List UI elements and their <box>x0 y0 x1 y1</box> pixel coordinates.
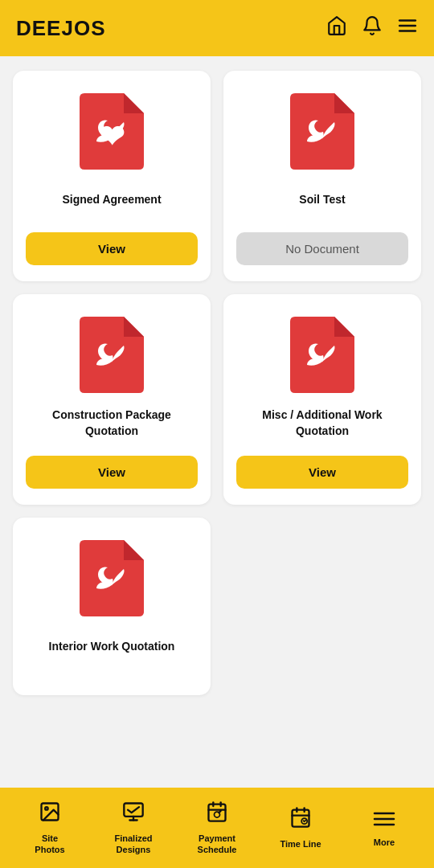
construction-package-title: Construction Package Quotation <box>26 407 198 440</box>
main-content: ❤ Signed Agreement View <box>0 56 434 788</box>
interior-work-title: Interior Work Quotation <box>49 631 175 663</box>
header-icons <box>326 15 418 41</box>
signed-agreement-title: Signed Agreement <box>62 184 161 216</box>
nav-more[interactable]: More <box>342 808 426 848</box>
time-line-icon <box>289 806 312 834</box>
payment-schedule-icon <box>206 800 228 829</box>
site-photos-label: SitePhotos <box>35 833 64 856</box>
document-grid-row1: ❤ Signed Agreement View <box>13 71 421 281</box>
pdf-icon-signed: ❤ <box>80 93 144 170</box>
pdf-icon-soil <box>290 93 354 170</box>
more-label: More <box>374 837 395 848</box>
menu-icon[interactable] <box>397 15 418 41</box>
document-grid-row2: Construction Package Quotation View Misc… <box>13 294 421 505</box>
pdf-icon-misc <box>290 317 354 393</box>
pdf-icon-interior <box>80 540 144 616</box>
finalized-designs-label: FinalizedDesigns <box>114 833 152 856</box>
interior-work-card: Interior Work Quotation <box>13 518 211 695</box>
more-icon <box>373 808 395 833</box>
construction-package-view-button[interactable]: View <box>26 456 198 489</box>
nav-time-line[interactable]: Time Line <box>259 806 342 850</box>
svg-rect-15 <box>293 810 309 827</box>
construction-package-card: Construction Package Quotation View <box>13 294 211 505</box>
misc-additional-view-button[interactable]: View <box>236 456 408 489</box>
soil-test-no-doc-button: No Document <box>236 232 408 265</box>
site-photos-icon <box>39 800 61 829</box>
soil-test-card: Soil Test No Document <box>223 71 421 281</box>
bell-icon[interactable] <box>362 15 383 41</box>
svg-point-5 <box>45 807 48 810</box>
svg-rect-9 <box>209 804 226 821</box>
document-grid-row3: Interior Work Quotation <box>13 518 421 695</box>
svg-line-14 <box>219 811 220 813</box>
pdf-icon-construction <box>80 317 144 393</box>
payment-schedule-label: PaymentSchedule <box>198 833 237 856</box>
misc-additional-title: Misc / Additional Work Quotation <box>236 407 408 440</box>
nav-payment-schedule[interactable]: PaymentSchedule <box>175 800 259 856</box>
header: DEEJOS <box>0 0 434 56</box>
home-icon[interactable] <box>326 15 347 41</box>
signed-agreement-card: ❤ Signed Agreement View <box>13 71 211 281</box>
app-logo: DEEJOS <box>16 16 106 41</box>
time-line-label: Time Line <box>280 838 321 850</box>
misc-additional-card: Misc / Additional Work Quotation View <box>223 294 421 505</box>
svg-rect-6 <box>124 803 142 816</box>
bottom-navigation: SitePhotos FinalizedDesigns Paymen <box>0 788 434 868</box>
soil-test-title: Soil Test <box>299 184 345 216</box>
finalized-designs-icon <box>122 800 145 829</box>
nav-finalized-designs[interactable]: FinalizedDesigns <box>92 800 175 856</box>
signed-agreement-view-button[interactable]: View <box>26 232 198 265</box>
nav-site-photos[interactable]: SitePhotos <box>8 800 92 856</box>
